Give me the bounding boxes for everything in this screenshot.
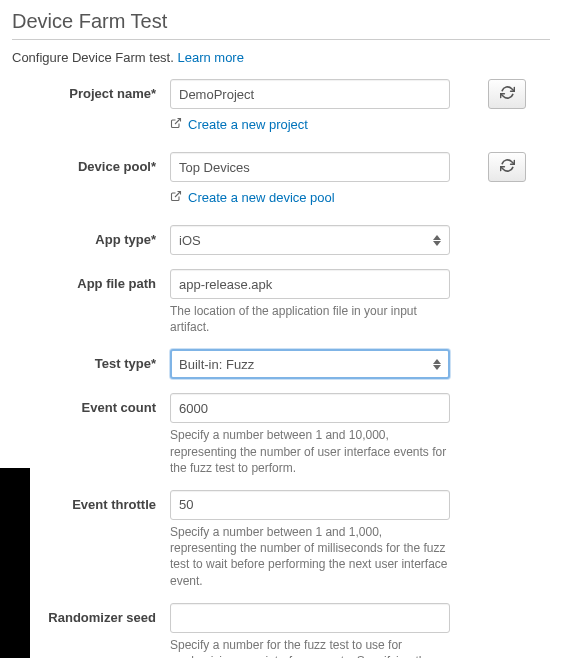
event-throttle-label: Event throttle	[12, 490, 170, 512]
chevron-up-down-icon	[433, 359, 441, 370]
event-count-input[interactable]	[170, 393, 450, 423]
randomizer-seed-input[interactable]	[170, 603, 450, 633]
page-subtitle: Configure Device Farm test. Learn more	[12, 50, 550, 65]
external-link-icon	[170, 117, 182, 132]
project-name-label: Project name*	[12, 79, 170, 101]
app-type-select[interactable]: iOS	[170, 225, 450, 255]
test-type-select[interactable]: Built-in: Fuzz	[170, 349, 450, 379]
project-name-input[interactable]	[170, 79, 450, 109]
app-type-label: App type*	[12, 225, 170, 247]
svg-marker-3	[433, 241, 441, 246]
app-type-value: iOS	[179, 233, 201, 248]
divider	[12, 39, 550, 40]
app-file-path-label: App file path	[12, 269, 170, 291]
refresh-icon	[500, 158, 515, 176]
svg-marker-2	[433, 235, 441, 240]
svg-marker-4	[433, 359, 441, 364]
page-title: Device Farm Test	[12, 10, 550, 33]
randomizer-seed-label: Randomizer seed	[12, 603, 170, 625]
decorative-strip	[0, 468, 30, 658]
app-file-path-input[interactable]	[170, 269, 450, 299]
test-type-label: Test type*	[12, 349, 170, 371]
refresh-icon	[500, 85, 515, 103]
svg-line-0	[175, 119, 181, 125]
device-pool-label: Device pool*	[12, 152, 170, 174]
create-device-pool-link[interactable]: Create a new device pool	[188, 190, 335, 205]
refresh-device-pool-button[interactable]	[488, 152, 526, 182]
refresh-project-button[interactable]	[488, 79, 526, 109]
chevron-up-down-icon	[433, 235, 441, 246]
svg-marker-5	[433, 365, 441, 370]
external-link-icon	[170, 190, 182, 205]
test-type-value: Built-in: Fuzz	[179, 357, 254, 372]
event-throttle-helper: Specify a number between 1 and 1,000, re…	[170, 524, 450, 589]
event-count-label: Event count	[12, 393, 170, 415]
event-throttle-input[interactable]	[170, 490, 450, 520]
device-pool-input[interactable]	[170, 152, 450, 182]
create-project-link[interactable]: Create a new project	[188, 117, 308, 132]
subtitle-text: Configure Device Farm test.	[12, 50, 177, 65]
event-count-helper: Specify a number between 1 and 10,000, r…	[170, 427, 450, 476]
app-file-path-helper: The location of the application file in …	[170, 303, 450, 335]
svg-line-1	[175, 192, 181, 198]
learn-more-link[interactable]: Learn more	[177, 50, 243, 65]
randomizer-seed-helper: Specify a number for the fuzz test to us…	[170, 637, 450, 658]
